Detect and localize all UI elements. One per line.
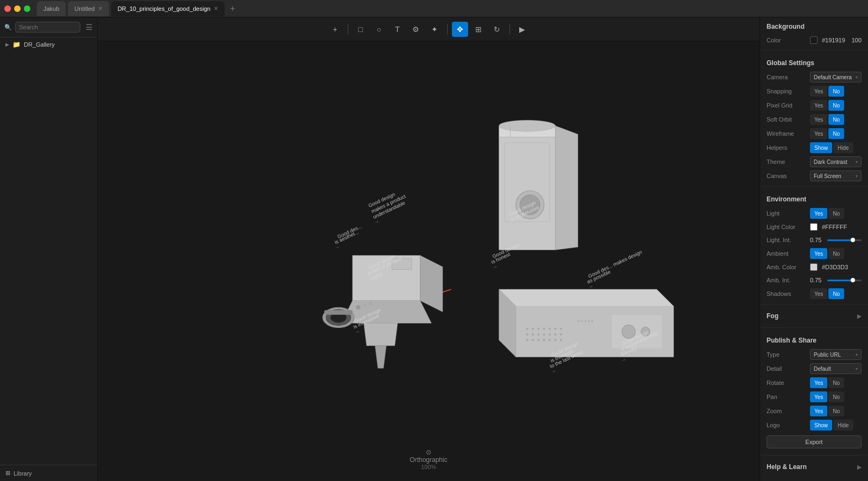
help-learn-header[interactable]: Help & Learn ▶ — [760, 459, 868, 475]
rotate-toggle: Yes No — [810, 377, 844, 388]
svg-point-58 — [543, 333, 545, 336]
pixel-grid-yes-button[interactable]: Yes — [810, 100, 827, 111]
star-button[interactable]: ✦ — [426, 22, 443, 37]
logo-show-button[interactable]: Show — [810, 420, 832, 431]
snapping-toggle: Yes No — [810, 86, 844, 97]
amb-int-thumb[interactable] — [851, 278, 855, 282]
add-tab-button[interactable]: + — [227, 4, 238, 14]
move-tool-button[interactable]: ✥ — [452, 22, 468, 37]
svg-point-37 — [499, 120, 556, 131]
light-no-button[interactable]: No — [828, 208, 844, 219]
export-button[interactable]: Export — [767, 435, 861, 448]
fog-section-header[interactable]: Fog ▶ — [760, 308, 868, 324]
ambient-no-button[interactable]: No — [828, 248, 844, 259]
svg-point-49 — [532, 328, 534, 330]
tab-dr10[interactable]: DR_10_principles_of_good_design ✕ — [111, 1, 225, 16]
rotate-yes-button[interactable]: Yes — [810, 377, 827, 388]
svg-point-54 — [560, 328, 562, 330]
minimize-traffic-light[interactable] — [14, 5, 21, 12]
shadows-no-button[interactable]: No — [828, 288, 844, 299]
text-tool-button[interactable]: T — [390, 22, 406, 37]
zoom-toggle: Yes No — [810, 406, 844, 416]
svg-point-14 — [363, 303, 367, 307]
tab-untitled[interactable]: Untitled ✕ — [68, 1, 108, 16]
fullscreen-traffic-light[interactable] — [24, 5, 30, 12]
amb-color-swatch[interactable] — [810, 263, 818, 271]
zoom-no-button[interactable]: No — [828, 406, 844, 416]
rotate-button[interactable]: ↻ — [489, 22, 505, 37]
canvas-dropdown[interactable]: Full Screen ▾ — [810, 170, 861, 181]
svg-point-66 — [548, 339, 551, 341]
close-traffic-light[interactable] — [4, 5, 11, 12]
helpers-show-button[interactable]: Show — [810, 142, 832, 153]
library-icon: ⊞ — [5, 470, 10, 477]
canvas-area[interactable]: Good design makes a product understandab… — [98, 41, 760, 481]
gear-button[interactable]: ⚙ — [408, 22, 424, 37]
pixel-grid-no-button[interactable]: No — [828, 100, 844, 111]
svg-point-48 — [526, 328, 528, 330]
svg-point-60 — [554, 333, 557, 336]
amb-color-hex: #D3D3D3 — [822, 264, 848, 270]
pan-yes-button[interactable]: Yes — [810, 391, 827, 402]
light-int-thumb[interactable] — [851, 238, 855, 242]
amb-int-fill — [827, 280, 853, 281]
publish-type-dropdown[interactable]: Public URL ▾ — [810, 349, 861, 360]
snapping-yes-button[interactable]: Yes — [810, 86, 827, 97]
zoom-yes-button[interactable]: Yes — [810, 406, 827, 416]
svg-rect-75 — [588, 320, 590, 322]
helpers-toggle: Show Hide — [810, 142, 853, 153]
toolbar-divider-3 — [509, 24, 510, 35]
svg-point-68 — [560, 339, 562, 341]
bg-opacity-value: 100 — [852, 37, 861, 43]
light-yes-button[interactable]: Yes — [810, 208, 827, 219]
tab-dr10-close[interactable]: ✕ — [214, 5, 218, 11]
circle-tool-button[interactable]: ○ — [371, 22, 387, 37]
titlebar: Jakub Untitled ✕ DR_10_principles_of_goo… — [0, 0, 868, 17]
svg-point-63 — [532, 339, 534, 341]
sidebar-library-button[interactable]: ⊞ Library — [0, 465, 97, 481]
help-collapse-icon: ▶ — [857, 464, 861, 470]
play-button[interactable]: ▶ — [514, 22, 531, 37]
pan-no-button[interactable]: No — [828, 391, 844, 402]
tab-jakub[interactable]: Jakub — [37, 1, 66, 16]
light-int-slider[interactable] — [827, 239, 861, 241]
ambient-yes-button[interactable]: Yes — [810, 248, 827, 259]
shadows-row: Shadows Yes No — [760, 287, 868, 301]
add-object-button[interactable]: + — [327, 22, 343, 37]
svg-marker-45 — [499, 289, 674, 306]
camera-dropdown[interactable]: Default Camera ▾ — [810, 72, 861, 83]
bg-color-swatch[interactable] — [810, 36, 818, 44]
divider-4 — [760, 327, 868, 328]
snapping-no-button[interactable]: No — [828, 86, 844, 97]
box-tool-button[interactable]: □ — [353, 22, 369, 37]
svg-rect-74 — [585, 320, 586, 322]
transform-button[interactable]: ⊞ — [470, 22, 487, 37]
wireframe-no-button[interactable]: No — [828, 128, 844, 139]
rotate-no-button[interactable]: No — [828, 377, 844, 388]
theme-dropdown[interactable]: Dark Contrast ▾ — [810, 156, 861, 167]
wireframe-toggle: Yes No — [810, 128, 844, 139]
helpers-hide-button[interactable]: Hide — [833, 142, 853, 153]
rotate-row: Rotate Yes No — [760, 376, 868, 390]
svg-point-13 — [356, 305, 360, 309]
soft-orbit-no-button[interactable]: No — [828, 114, 844, 125]
search-icon: 🔍 — [4, 24, 12, 31]
svg-marker-11 — [364, 323, 398, 346]
sidebar-item-dr-gallery[interactable]: ▶ 📁 DR_Gallery — [0, 37, 97, 52]
svg-point-52 — [548, 328, 551, 330]
shadows-yes-button[interactable]: Yes — [810, 288, 827, 299]
light-color-swatch[interactable] — [810, 223, 818, 231]
amb-int-slider[interactable] — [827, 280, 861, 281]
divider-3 — [760, 304, 868, 305]
tab-untitled-close[interactable]: ✕ — [98, 5, 103, 11]
menu-icon[interactable]: ☰ — [86, 23, 93, 31]
shadows-toggle: Yes No — [810, 288, 844, 299]
detail-dropdown[interactable]: Default ▾ — [810, 363, 861, 374]
wireframe-yes-button[interactable]: Yes — [810, 128, 827, 139]
global-settings-header: Global Settings — [760, 54, 868, 70]
search-input[interactable] — [15, 22, 80, 33]
folder-icon: 📁 — [12, 41, 21, 48]
svg-point-57 — [537, 333, 539, 336]
logo-hide-button[interactable]: Hide — [833, 420, 853, 431]
soft-orbit-yes-button[interactable]: Yes — [810, 114, 827, 125]
